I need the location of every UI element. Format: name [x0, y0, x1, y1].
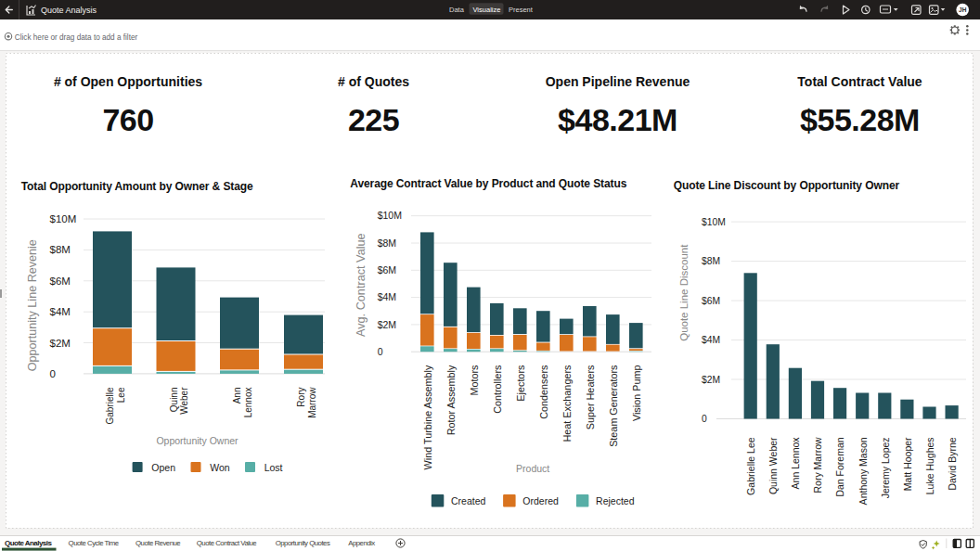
svg-text:0: 0: [378, 346, 383, 357]
svg-text:Total Opportunity Amount by Ow: Total Opportunity Amount by Owner & Stag…: [21, 180, 253, 193]
svg-text:$6M: $6M: [702, 296, 720, 306]
svg-text:Rejected: Rejected: [596, 495, 635, 506]
svg-text:Weber: Weber: [179, 387, 189, 415]
svg-text:Ann: Ann: [232, 388, 242, 404]
svg-text:Rotor Assembly: Rotor Assembly: [445, 365, 457, 435]
svg-text:Average Contract Value by Prod: Average Contract Value by Product and Qu…: [350, 177, 626, 190]
svg-text:Wind Turbine Assembly: Wind Turbine Assembly: [422, 365, 433, 469]
svg-text:Matt Hooper: Matt Hooper: [902, 437, 913, 491]
svg-text:Dan Foreman: Dan Foreman: [835, 437, 846, 496]
svg-text:Anthony Mason: Anthony Mason: [858, 437, 869, 505]
svg-text:$6M: $6M: [378, 264, 396, 276]
svg-text:Rory: Rory: [296, 388, 306, 407]
svg-text:Appendix: Appendix: [348, 539, 375, 547]
svg-text:Quote Contract Value: Quote Contract Value: [197, 539, 257, 547]
svg-text:Quote Analysis: Quote Analysis: [5, 539, 52, 547]
svg-text:Open: Open: [151, 462, 175, 473]
svg-text:Condensers: Condensers: [538, 365, 549, 419]
svg-text:$4M: $4M: [50, 306, 71, 317]
svg-text:$10M: $10M: [702, 217, 726, 227]
svg-text:Quinn: Quinn: [169, 388, 179, 413]
svg-text:Lost: Lost: [264, 462, 283, 473]
svg-text:Gabrielle: Gabrielle: [105, 387, 115, 424]
svg-text:0: 0: [702, 414, 707, 424]
svg-text:Ordered: Ordered: [522, 495, 559, 506]
svg-text:Controllers: Controllers: [492, 365, 503, 414]
svg-text:$10M: $10M: [378, 210, 402, 221]
svg-text:Rory Marrow: Rory Marrow: [812, 437, 823, 493]
svg-text:$2M: $2M: [702, 375, 720, 385]
svg-text:Quote Line Discount by Opportu: Quote Line Discount by Opportunity Owner: [674, 179, 900, 192]
svg-text:$4M: $4M: [378, 291, 396, 302]
svg-text:Ann Lennox: Ann Lennox: [790, 437, 801, 490]
svg-text:Opportunity Quotes: Opportunity Quotes: [276, 539, 330, 547]
svg-text:$8M: $8M: [50, 244, 71, 255]
svg-text:Jeremy Lopez: Jeremy Lopez: [880, 437, 891, 498]
svg-text:Opportunity Line Revenie: Opportunity Line Revenie: [26, 239, 39, 371]
svg-text:Lee: Lee: [116, 387, 126, 403]
svg-text:Marrow: Marrow: [307, 387, 317, 418]
svg-text:Quinn Weber: Quinn Weber: [767, 437, 779, 494]
svg-text:$8M: $8M: [702, 256, 720, 266]
svg-text:Heat Exchangers: Heat Exchangers: [561, 365, 573, 442]
svg-text:Luke Hughes: Luke Hughes: [924, 437, 935, 494]
svg-text:Avg. Contract Value: Avg. Contract Value: [355, 233, 368, 337]
svg-text:Lennox: Lennox: [243, 388, 253, 418]
svg-text:Vision Pump: Vision Pump: [631, 365, 642, 421]
svg-text:Super Heaters: Super Heaters: [585, 365, 596, 429]
svg-text:$2M: $2M: [378, 319, 396, 330]
svg-text:Product: Product: [516, 463, 549, 474]
svg-text:$8M: $8M: [378, 237, 396, 249]
svg-text:Opportunity Owner: Opportunity Owner: [156, 435, 239, 446]
svg-text:$4M: $4M: [702, 335, 720, 345]
svg-text:Quote Cycle Time: Quote Cycle Time: [69, 539, 119, 547]
svg-text:Steam Generators: Steam Generators: [608, 365, 619, 447]
svg-text:$6M: $6M: [50, 276, 71, 287]
svg-text:David Byrne: David Byrne: [947, 437, 958, 490]
svg-text:Created: Created: [451, 495, 486, 506]
svg-text:Ejectors: Ejectors: [515, 365, 526, 402]
svg-text:Won: Won: [210, 462, 230, 473]
svg-text:$2M: $2M: [50, 338, 71, 349]
svg-text:Quote Revenue: Quote Revenue: [135, 539, 180, 547]
svg-text:Motors: Motors: [469, 365, 480, 396]
svg-text:Gabrielle Lee: Gabrielle Lee: [745, 437, 756, 495]
svg-text:0: 0: [50, 368, 56, 379]
svg-text:$10M: $10M: [50, 213, 77, 224]
svg-text:Quote Line Discount: Quote Line Discount: [678, 244, 690, 341]
